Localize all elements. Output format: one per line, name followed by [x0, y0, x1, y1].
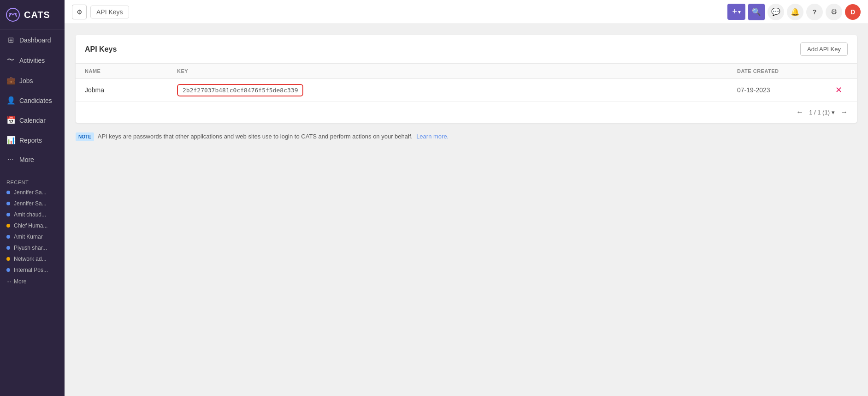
- recent-item-7[interactable]: Internal Pos...: [0, 264, 65, 276]
- learn-more-link[interactable]: Learn more.: [416, 132, 449, 141]
- nav-label-more: More: [19, 156, 34, 163]
- chat-icon: 💬: [771, 7, 780, 16]
- nav-label-dashboard: Dashboard: [19, 36, 51, 44]
- sidebar-logo[interactable]: CATS: [0, 0, 65, 30]
- recent-dot-6: [6, 257, 10, 261]
- recent-dot-7: [6, 268, 10, 272]
- app-logo-text: CATS: [24, 10, 50, 20]
- recent-label-6: Network ad...: [14, 256, 47, 262]
- more-nav-icon: ···: [6, 156, 15, 164]
- chat-button[interactable]: 💬: [768, 4, 784, 20]
- page-info-text: 1 / 1 (1): [809, 109, 830, 116]
- row-action: ✕: [829, 84, 848, 96]
- col-header-key: KEY: [177, 68, 737, 74]
- help-button[interactable]: ?: [806, 4, 823, 20]
- reports-icon: 📊: [6, 136, 15, 144]
- note-badge: NOTE: [76, 132, 94, 141]
- col-header-name: NAME: [85, 68, 177, 74]
- settings-icon: ⚙: [831, 7, 837, 16]
- sidebar: CATS ⊞ Dashboard 〜 Activities 💼 Jobs 👤 C…: [0, 0, 65, 396]
- activities-icon: 〜: [6, 55, 15, 65]
- recent-dot-1: [6, 202, 10, 205]
- nav-item-reports[interactable]: 📊 Reports: [0, 130, 65, 150]
- add-api-key-button[interactable]: Add API Key: [800, 42, 848, 56]
- jobs-icon: 💼: [6, 76, 15, 85]
- page-content-area: API Keys Add API Key NAME KEY DATE CREAT…: [65, 24, 868, 396]
- gear-icon: ⚙: [77, 8, 83, 16]
- delete-key-button[interactable]: ✕: [833, 84, 844, 96]
- cats-logo-icon: [6, 7, 20, 22]
- dashboard-icon: ⊞: [6, 36, 15, 44]
- chevron-down-icon: ▾: [738, 9, 741, 15]
- recent-more-dots: ···: [6, 278, 11, 285]
- calendar-icon: 📅: [6, 116, 15, 125]
- nav-label-calendar: Calendar: [19, 117, 46, 124]
- nav-label-activities: Activities: [19, 57, 45, 64]
- nav-label-jobs: Jobs: [19, 77, 33, 84]
- col-header-action: [829, 68, 848, 74]
- page-info: 1 / 1 (1) ▾: [809, 109, 835, 116]
- nav-item-jobs[interactable]: 💼 Jobs: [0, 71, 65, 90]
- api-keys-card: API Keys Add API Key NAME KEY DATE CREAT…: [76, 35, 857, 123]
- recent-label-1: Jennifer Sa...: [14, 200, 47, 207]
- api-key-value[interactable]: 2b2f27037b481c0cf8476f5f5de8c339: [177, 84, 303, 96]
- recent-section-label: Recent: [0, 175, 65, 187]
- recent-dot-0: [6, 191, 10, 194]
- search-icon: 🔍: [752, 7, 761, 16]
- recent-item-3[interactable]: Chief Huma...: [0, 220, 65, 231]
- user-avatar[interactable]: D: [845, 4, 861, 20]
- recent-label-4: Amit Kumar: [14, 234, 43, 240]
- row-name: Jobma: [85, 86, 177, 94]
- recent-more-link[interactable]: ··· More: [0, 276, 65, 288]
- recent-dot-5: [6, 246, 10, 250]
- search-button[interactable]: 🔍: [748, 4, 765, 20]
- topbar-gear-button[interactable]: ⚙: [72, 5, 87, 19]
- recent-item-6[interactable]: Network ad...: [0, 253, 65, 264]
- settings-button[interactable]: ⚙: [826, 4, 842, 20]
- note-text: API keys are passwords that other applic…: [98, 132, 413, 141]
- candidates-icon: 👤: [6, 96, 15, 105]
- card-title: API Keys: [85, 45, 117, 54]
- recent-label-5: Piyush shar...: [14, 245, 47, 251]
- topbar-breadcrumb: ⚙ API Keys: [72, 5, 724, 19]
- recent-label-2: Amit chaud...: [14, 211, 46, 218]
- bell-button[interactable]: 🔔: [787, 4, 803, 20]
- main-content: ⚙ API Keys + ▾ 🔍 💬 🔔 ? ⚙ D: [65, 0, 868, 396]
- recent-item-0[interactable]: Jennifer Sa...: [0, 187, 65, 198]
- page-dropdown-arrow[interactable]: ▾: [832, 109, 835, 116]
- nav-item-calendar[interactable]: 📅 Calendar: [0, 110, 65, 130]
- nav-label-candidates: Candidates: [19, 97, 52, 104]
- recent-item-5[interactable]: Piyush shar...: [0, 242, 65, 253]
- delete-icon: ✕: [835, 85, 842, 95]
- nav-item-more[interactable]: ··· More: [0, 150, 65, 169]
- table-row: Jobma 2b2f27037b481c0cf8476f5f5de8c339 0…: [76, 79, 857, 102]
- row-key: 2b2f27037b481c0cf8476f5f5de8c339: [177, 86, 737, 94]
- page-next-button[interactable]: →: [838, 106, 850, 118]
- recent-label-7: Internal Pos...: [14, 267, 48, 273]
- help-icon: ?: [813, 8, 817, 16]
- recent-more-label: More: [14, 278, 26, 285]
- recent-label-0: Jennifer Sa...: [14, 189, 47, 196]
- nav-item-activities[interactable]: 〜 Activities: [0, 50, 65, 71]
- nav-label-reports: Reports: [19, 137, 42, 144]
- recent-item-1[interactable]: Jennifer Sa...: [0, 198, 65, 209]
- recent-item-2[interactable]: Amit chaud...: [0, 209, 65, 220]
- card-header: API Keys Add API Key: [76, 35, 857, 64]
- svg-point-1: [9, 13, 11, 15]
- col-header-date: DATE CREATED: [737, 68, 829, 74]
- add-button[interactable]: + ▾: [727, 4, 745, 20]
- bell-icon: 🔔: [791, 7, 800, 16]
- topbar-actions: + ▾ 🔍 💬 🔔 ? ⚙ D: [727, 4, 861, 20]
- table-header: NAME KEY DATE CREATED: [76, 64, 857, 79]
- recent-dot-4: [6, 235, 10, 239]
- plus-icon: +: [732, 7, 737, 17]
- recent-item-4[interactable]: Amit Kumar: [0, 231, 65, 242]
- pagination-row: ← 1 / 1 (1) ▾ →: [76, 102, 857, 123]
- note-bar: NOTE API keys are passwords that other a…: [76, 132, 857, 141]
- nav-item-candidates[interactable]: 👤 Candidates: [0, 90, 65, 110]
- svg-point-2: [15, 13, 17, 15]
- recent-dot-2: [6, 213, 10, 216]
- nav-item-dashboard[interactable]: ⊞ Dashboard: [0, 30, 65, 50]
- page-prev-button[interactable]: ←: [794, 106, 805, 118]
- row-date: 07-19-2023: [737, 86, 829, 94]
